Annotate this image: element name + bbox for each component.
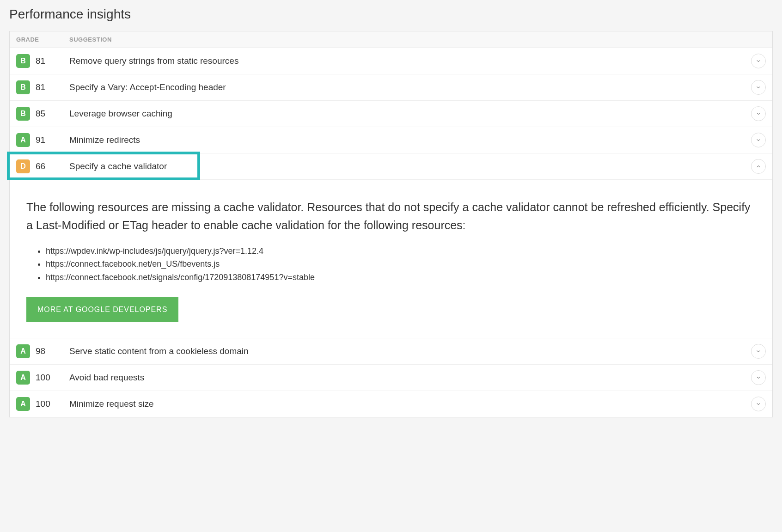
grade-column: B81	[16, 80, 69, 94]
suggestion-text: Serve static content from a cookieless d…	[69, 346, 751, 356]
chevron-down-icon	[756, 137, 761, 143]
grade-column: A98	[16, 344, 69, 358]
table-row[interactable]: A100Minimize request size	[10, 391, 772, 417]
grade-badge: B	[16, 54, 30, 68]
expand-button[interactable]	[751, 106, 766, 121]
suggestion-text: Remove query strings from static resourc…	[69, 56, 751, 66]
score-value: 66	[36, 161, 45, 171]
grade-column: B81	[16, 54, 69, 68]
score-value: 85	[36, 109, 45, 119]
expand-button[interactable]	[751, 397, 766, 411]
grade-badge: A	[16, 371, 30, 385]
grade-column: A100	[16, 397, 69, 411]
grade-badge: A	[16, 397, 30, 411]
chevron-down-icon	[756, 349, 761, 354]
table-row[interactable]: A98Serve static content from a cookieles…	[10, 338, 772, 365]
score-value: 100	[36, 399, 50, 409]
grade-column: A100	[16, 371, 69, 385]
collapse-button[interactable]	[751, 159, 766, 174]
grade-badge: A	[16, 133, 30, 147]
chevron-down-icon	[756, 85, 761, 90]
grade-column: B85	[16, 107, 69, 121]
chevron-up-icon	[756, 164, 761, 169]
score-value: 81	[36, 56, 45, 66]
grade-badge: B	[16, 107, 30, 121]
expand-button[interactable]	[751, 133, 766, 147]
expanded-description: The following resources are missing a ca…	[26, 198, 756, 234]
chevron-down-icon	[756, 375, 761, 380]
expand-button[interactable]	[751, 80, 766, 95]
suggestion-text: Minimize request size	[69, 399, 751, 409]
expand-button[interactable]	[751, 344, 766, 359]
suggestion-text: Leverage browser caching	[69, 109, 751, 119]
suggestion-text: Avoid bad requests	[69, 373, 751, 383]
performance-insights-panel: Performance insights GRADE SUGGESTION B8…	[9, 7, 773, 417]
header-grade: GRADE	[16, 36, 69, 43]
suggestion-text: Specify a cache validator	[69, 161, 751, 171]
expand-button[interactable]	[751, 54, 766, 68]
score-value: 81	[36, 82, 45, 92]
chevron-down-icon	[756, 111, 761, 116]
page-title: Performance insights	[9, 7, 773, 22]
score-value: 91	[36, 135, 45, 145]
table-row[interactable]: A91Minimize redirects	[10, 127, 772, 153]
expanded-detail-panel: The following resources are missing a ca…	[10, 180, 772, 338]
grade-badge: B	[16, 80, 30, 94]
table-header: GRADE SUGGESTION	[10, 31, 772, 48]
more-at-google-developers-button[interactable]: MORE AT GOOGLE DEVELOPERS	[26, 297, 178, 322]
expand-button[interactable]	[751, 370, 766, 385]
table-row[interactable]: A100Avoid bad requests	[10, 365, 772, 391]
suggestion-text: Specify a Vary: Accept-Encoding header	[69, 82, 751, 92]
table-row[interactable]: D66Specify a cache validator	[10, 153, 772, 180]
resource-list-item: https://connect.facebook.net/en_US/fbeve…	[46, 257, 756, 271]
resource-list-item: https://connect.facebook.net/signals/con…	[46, 271, 756, 284]
table-row[interactable]: B85Leverage browser caching	[10, 101, 772, 127]
chevron-down-icon	[756, 401, 761, 407]
resource-list: https://wpdev.ink/wp-includes/js/jquery/…	[46, 245, 756, 284]
chevron-down-icon	[756, 58, 761, 64]
grade-column: D66	[16, 159, 69, 173]
score-value: 98	[36, 346, 45, 356]
table-row[interactable]: B81Specify a Vary: Accept-Encoding heade…	[10, 74, 772, 101]
suggestion-text: Minimize redirects	[69, 135, 751, 145]
table-row[interactable]: B81Remove query strings from static reso…	[10, 48, 772, 74]
insights-table: GRADE SUGGESTION B81Remove query strings…	[9, 31, 773, 417]
grade-column: A91	[16, 133, 69, 147]
header-suggestion: SUGGESTION	[69, 36, 766, 43]
score-value: 100	[36, 373, 50, 383]
grade-badge: D	[16, 159, 30, 173]
resource-list-item: https://wpdev.ink/wp-includes/js/jquery/…	[46, 245, 756, 258]
grade-badge: A	[16, 344, 30, 358]
